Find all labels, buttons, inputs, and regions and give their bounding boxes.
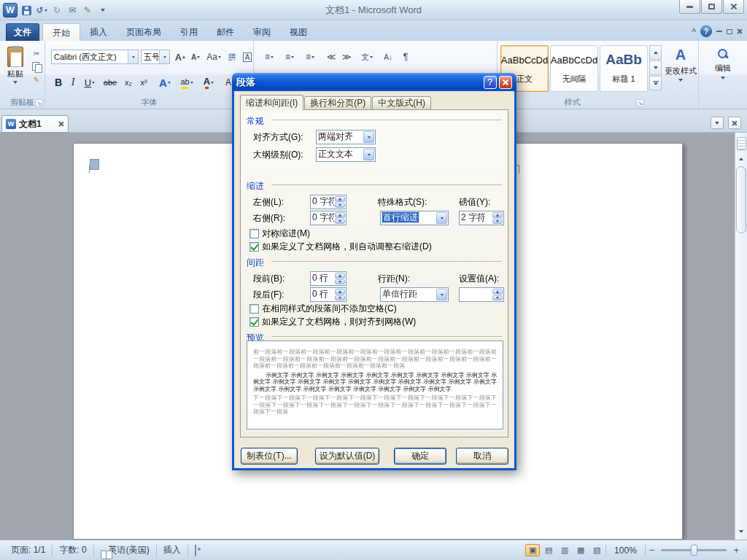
spin-up-button[interactable]	[335, 273, 345, 279]
ok-button[interactable]: 确定	[394, 448, 446, 464]
spin-down-button[interactable]	[335, 279, 345, 285]
close-button[interactable]	[723, 0, 744, 14]
subscript-button[interactable]: x₂	[121, 74, 136, 90]
spin-down-button[interactable]	[335, 219, 345, 225]
line-spacing-dropdown[interactable]: 单倍行距	[380, 287, 449, 302]
multilevel-list-button[interactable]: ≡	[301, 50, 320, 64]
view-print-layout-button[interactable]: ▣	[525, 544, 540, 556]
font-size-dropdown-button[interactable]	[159, 50, 169, 63]
font-color-button[interactable]: A	[198, 74, 219, 90]
dialog-help-button[interactable]: ?	[484, 76, 497, 89]
at-spinner[interactable]	[459, 287, 504, 302]
spin-up-button[interactable]	[335, 212, 345, 218]
superscript-button[interactable]: x²	[136, 74, 151, 90]
vertical-scrollbar[interactable]	[735, 133, 747, 540]
spin-down-button[interactable]	[492, 219, 503, 225]
decrease-indent-button[interactable]: ≪	[324, 50, 338, 64]
view-full-screen-button[interactable]: ▤	[541, 544, 556, 556]
tab-asian-typography[interactable]: 中文版式(H)	[372, 96, 431, 109]
text-effects-button[interactable]: A	[156, 74, 174, 90]
zoom-in-button[interactable]: +	[731, 545, 741, 556]
indent-right-spinner[interactable]: 0 字符	[310, 211, 347, 225]
change-styles-button[interactable]: A 更改样式	[664, 47, 697, 98]
no-space-same-style-checkbox[interactable]	[249, 304, 259, 314]
help-button[interactable]: ?	[700, 26, 712, 37]
zoom-slider-thumb[interactable]	[691, 545, 697, 556]
shrink-font-button[interactable]: A	[188, 50, 203, 64]
increase-indent-button[interactable]: ≫	[339, 50, 354, 64]
tab-strip-close-button[interactable]	[728, 117, 741, 129]
font-name-combo[interactable]: Calibri (西文正文)	[51, 50, 139, 64]
font-size-combo[interactable]: 五号	[141, 50, 170, 64]
qat-redo-button[interactable]: ↻	[50, 3, 63, 18]
sort-button[interactable]: A↓	[379, 50, 397, 64]
spin-up-button[interactable]	[492, 289, 503, 295]
style-card-no-spacing[interactable]: AaBbCcDd 无间隔	[550, 45, 598, 92]
grow-font-button[interactable]: A	[173, 50, 187, 64]
tab-home[interactable]: 开始	[42, 23, 80, 41]
view-web-layout-button[interactable]: ▥	[557, 544, 572, 556]
cancel-button[interactable]: 取消	[456, 448, 508, 464]
zoom-slider-track[interactable]	[661, 549, 727, 551]
qat-format-painter-button[interactable]: ✎	[81, 3, 94, 18]
spin-up-button[interactable]	[492, 212, 503, 218]
dropdown-button[interactable]	[436, 289, 447, 300]
space-after-spinner[interactable]: 0 行	[310, 287, 347, 302]
scrollbar-thumb[interactable]	[736, 166, 746, 233]
change-case-button[interactable]: Aa	[204, 50, 223, 64]
qat-undo-button[interactable]: ↺	[35, 3, 48, 18]
styles-scroll-down-button[interactable]	[649, 61, 662, 75]
scroll-up-button[interactable]	[736, 153, 746, 164]
auto-adjust-checkbox[interactable]	[249, 242, 259, 252]
spin-up-button[interactable]	[335, 289, 345, 295]
view-outline-button[interactable]: ▦	[573, 544, 588, 556]
tab-list-dropdown-button[interactable]	[711, 117, 724, 129]
mirror-indents-checkbox[interactable]	[249, 229, 259, 238]
scroll-down-button[interactable]	[736, 526, 746, 537]
show-hide-marks-button[interactable]: ¶	[398, 50, 413, 64]
tab-page-layout[interactable]: 页面布局	[117, 23, 171, 41]
view-draft-button[interactable]: ▧	[589, 544, 604, 556]
bullets-button[interactable]: ≡	[260, 50, 279, 64]
doc-minimize-icon[interactable]	[716, 31, 722, 32]
bold-button[interactable]: B	[51, 74, 66, 90]
tab-insert[interactable]: 插入	[80, 23, 117, 41]
cut-button[interactable]: ✂	[30, 48, 43, 59]
numbering-button[interactable]: ≡	[280, 50, 299, 64]
macro-record-button[interactable]	[188, 545, 203, 556]
space-before-spinner[interactable]: 0 行	[310, 271, 347, 286]
qat-customize-button[interactable]	[96, 3, 109, 18]
dropdown-button[interactable]	[363, 131, 374, 143]
clipboard-dialog-launcher[interactable]: ↘	[35, 99, 43, 107]
spin-down-button[interactable]	[335, 203, 345, 209]
insertion-point[interactable]	[90, 159, 99, 170]
maximize-button[interactable]	[701, 0, 722, 14]
styles-dialog-launcher[interactable]: ↘	[636, 99, 644, 107]
zoom-level[interactable]: 100%	[608, 545, 643, 556]
spin-down-button[interactable]	[492, 295, 503, 301]
tab-mailings[interactable]: 邮件	[207, 23, 244, 41]
qat-email-button[interactable]: ✉	[66, 3, 79, 18]
phonetic-guide-button[interactable]: 拼	[225, 50, 239, 64]
tabs-button[interactable]: 制表位(T)...	[241, 448, 298, 464]
set-as-default-button[interactable]: 设为默认值(D)	[315, 448, 379, 464]
file-tab[interactable]: 文件	[6, 23, 39, 41]
tab-line-and-page-breaks[interactable]: 换行和分页(P)	[304, 96, 371, 109]
outline-level-dropdown[interactable]: 正文文本	[316, 147, 376, 162]
tab-review[interactable]: 审阅	[244, 23, 280, 41]
language-indicator[interactable]: 英语(美国)	[107, 544, 156, 556]
ruler-toggle-button[interactable]	[737, 137, 746, 150]
qat-save-button[interactable]	[20, 3, 33, 18]
highlight-color-button[interactable]: ab	[177, 74, 197, 90]
editing-button[interactable]: 编辑	[705, 48, 741, 102]
tab-references[interactable]: 引用	[171, 23, 207, 41]
word-logo-icon[interactable]: W	[3, 3, 18, 18]
doc-close-icon[interactable]	[737, 28, 743, 34]
underline-button[interactable]: U	[80, 74, 99, 90]
snap-to-grid-checkbox[interactable]	[249, 317, 259, 327]
indent-left-spinner[interactable]: 0 字符	[310, 195, 347, 209]
tab-view[interactable]: 视图	[280, 23, 317, 41]
word-count[interactable]: 字数: 0	[53, 544, 93, 556]
dialog-title-bar[interactable]: 段落 ?	[232, 73, 516, 91]
tab-close-icon[interactable]	[58, 121, 64, 127]
